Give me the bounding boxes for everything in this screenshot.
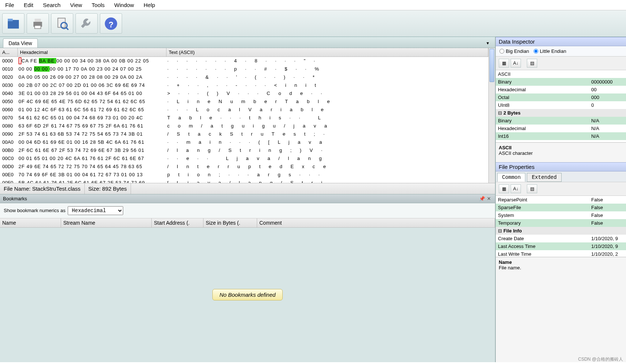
big-endian-radio[interactable]: Big Endian (499, 48, 529, 54)
help-button[interactable]: ? (100, 13, 122, 34)
hex-row[interactable]: 007054 61 62 6C 65 01 00 04 74 68 69 73 … (0, 114, 488, 122)
file-properties-title: File Properties (496, 162, 626, 171)
menu-view[interactable]: View (70, 2, 82, 8)
hex-row[interactable]: 00A000 04 6D 61 69 6E 01 00 16 28 5B 4C … (0, 138, 488, 146)
fp-categorize-icon[interactable]: ▦ (499, 184, 509, 193)
bookmarks-numerics-label: Show bookmark numerics as (4, 208, 65, 213)
data-inspector-title: Data Inspector (496, 37, 626, 46)
grid-row[interactable]: ReparsePointFalse (496, 196, 626, 204)
print-button[interactable] (27, 13, 49, 34)
menu-edit[interactable]: Edit (24, 2, 33, 8)
hex-row[interactable]: 00E070 74 69 6F 6E 3B 01 00 04 61 72 67 … (0, 171, 488, 179)
hex-panel: A... Hexadecimal Text (ASCII) 0000CA FE … (0, 48, 495, 183)
tools-button[interactable] (75, 13, 98, 34)
hex-row[interactable]: 00C000 01 65 01 00 20 4C 6A 61 76 61 2F … (0, 154, 488, 163)
hex-row[interactable]: 0000CA FE BA BE 00 00 00 34 00 38 0A 00 … (0, 57, 488, 65)
svg-rect-0 (8, 20, 19, 28)
grid-row[interactable]: TemporaryFalse (496, 219, 626, 227)
col-address: A... (0, 48, 18, 57)
col-hex: Hexadecimal (18, 48, 166, 57)
svg-rect-3 (35, 18, 41, 21)
hex-row[interactable]: 00200A 00 05 00 26 09 00 27 00 28 08 00 … (0, 73, 488, 81)
menu-help[interactable]: Help (144, 2, 155, 8)
grid-row[interactable]: ASCII (496, 70, 626, 78)
status-filename: File Name: StackStruTest.class (0, 183, 85, 194)
status-bar: File Name: StackStruTest.class Size: 892… (0, 183, 495, 194)
little-endian-radio[interactable]: Little Endian (534, 48, 566, 54)
open-button[interactable] (2, 13, 24, 34)
grid-row[interactable]: Create Date1/10/2020, 9 (496, 235, 626, 242)
grid-row[interactable]: Hexadecimal00 (496, 86, 626, 93)
hex-rows[interactable]: 0000CA FE BA BE 00 00 00 34 00 38 0A 00 … (0, 57, 488, 183)
di-sort-icon[interactable]: A↓ (511, 59, 521, 68)
grid-row[interactable]: SystemFalse (496, 211, 626, 219)
di-categorize-icon[interactable]: ▦ (499, 59, 509, 68)
hex-row[interactable]: 00B02F 6C 61 6E 67 2F 53 74 72 69 6E 67 … (0, 146, 488, 154)
grid-row[interactable]: SparseFileFalse (496, 204, 626, 211)
tab-data-view[interactable]: Data View (3, 38, 38, 48)
hex-tab-row: Data View ▾ (0, 37, 495, 48)
fp-sort-icon[interactable]: A↓ (511, 184, 521, 193)
menu-search[interactable]: Search (43, 2, 61, 8)
menu-bar: FileEditSearchViewToolsWindowHelp (0, 0, 626, 10)
grid-row[interactable]: 2 Bytes (496, 109, 626, 117)
col-text: Text (ASCII) (166, 48, 488, 57)
grid-row[interactable]: Last Access Time1/10/2020, 9 (496, 242, 626, 250)
grid-row[interactable]: Last Write Time1/10/2020, 2 (496, 250, 626, 257)
bookmarks-body: No Bookmarks defined (0, 228, 495, 363)
svg-rect-4 (35, 25, 41, 28)
grid-row[interactable]: File Info (496, 227, 626, 235)
bookmarks-numerics-select[interactable]: Hexadecimal (68, 206, 123, 215)
menu-window[interactable]: Window (114, 2, 134, 8)
di-view-icon[interactable]: ▤ (527, 59, 537, 68)
menu-tools[interactable]: Tools (92, 2, 105, 8)
data-inspector-desc: ASCIIASCII character (496, 142, 626, 162)
bookmarks-title-bar: Bookmarks 📌 ✕ (0, 194, 495, 203)
bookmarks-title: Bookmarks (3, 196, 27, 201)
svg-rect-1 (8, 18, 13, 21)
data-inspector-grid[interactable]: ASCIIBinary00000000Hexadecimal00Octal000… (496, 70, 626, 142)
grid-row[interactable]: Octal000 (496, 93, 626, 101)
hex-row[interactable]: 00500F 4C 69 6E 65 4E 75 6D 62 65 72 54 … (0, 98, 488, 106)
grid-row[interactable]: BinaryN/A (496, 117, 626, 125)
file-properties-grid[interactable]: ReparsePointFalseSparseFileFalseSystemFa… (496, 196, 626, 257)
hex-row[interactable]: 00F05B 4C 6A 61 76 61 2F 6C 61 6E 67 2F … (0, 179, 488, 183)
grid-row[interactable]: HexadecimalN/A (496, 125, 626, 132)
watermark: CSDN @合格的搬砖人 (578, 356, 623, 362)
main-toolbar: ? (0, 10, 626, 37)
fp-view-icon[interactable]: ▤ (527, 184, 537, 193)
close-icon[interactable]: ✕ (485, 196, 492, 201)
hex-row[interactable]: 00902F 53 74 61 63 6B 53 74 72 75 54 65 … (0, 130, 488, 138)
tab-extended[interactable]: Extended (527, 173, 561, 182)
grid-row[interactable]: Binary00000000 (496, 78, 626, 86)
find-button[interactable] (51, 13, 73, 34)
tab-dropdown-icon[interactable]: ▾ (484, 39, 492, 47)
menu-file[interactable]: File (5, 2, 14, 8)
svg-text:?: ? (108, 20, 113, 29)
pin-icon[interactable]: 📌 (479, 196, 485, 201)
hex-row[interactable]: 00403E 01 00 03 28 29 56 01 00 04 43 6F … (0, 89, 488, 98)
tab-common[interactable]: Common (497, 173, 525, 182)
hex-row[interactable]: 00D02F 49 6E 74 65 72 72 75 70 74 65 64 … (0, 163, 488, 171)
hex-scrollbar[interactable] (488, 48, 495, 183)
hex-row[interactable]: 006001 00 12 4C 6F 63 61 6C 56 61 72 69 … (0, 106, 488, 114)
bookmarks-header: Name Stream Name Start Address (. Size i… (0, 218, 495, 228)
file-properties-desc: NameFile name. (496, 257, 626, 277)
hex-row[interactable]: 001000 00 00 00 00 00 17 70 0A 00 23 00 … (0, 65, 488, 73)
hex-row[interactable]: 003000 2B 07 00 2C 07 00 2D 01 00 06 3C … (0, 81, 488, 89)
hex-row[interactable]: 008063 6F 6D 2F 61 74 67 75 69 67 75 2F … (0, 122, 488, 130)
grid-row[interactable]: Int16N/A (496, 132, 626, 140)
svg-line-7 (66, 27, 68, 30)
status-size: Size: 892 Bytes (85, 183, 131, 194)
grid-row[interactable]: UInt80 (496, 101, 626, 109)
bookmarks-empty-label: No Bookmarks defined (212, 289, 283, 300)
